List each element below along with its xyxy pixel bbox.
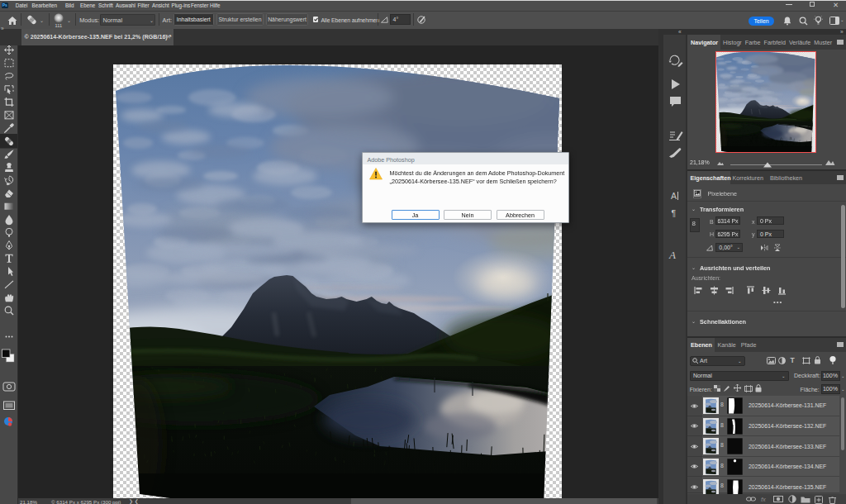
svg-text:¶: ¶ xyxy=(672,208,677,218)
svg-text:A: A xyxy=(671,191,677,201)
svg-text:A: A xyxy=(668,249,676,261)
